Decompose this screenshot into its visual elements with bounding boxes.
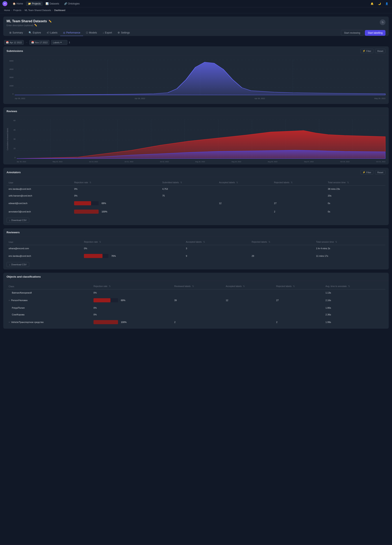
dataset-header-panel: ML Team Shared Datasets ✏️ Enter descrip… — [3, 17, 389, 36]
refresh-button[interactable]: ↻ — [380, 19, 386, 25]
app-logo: e — [2, 1, 7, 6]
export-icon: ↓ — [103, 31, 104, 34]
edit-subtitle-icon[interactable]: ✏️ — [34, 24, 37, 27]
table-row: +Vehicle/Транспортное средство 100% 2 2 … — [6, 318, 386, 326]
col-session-rev[interactable]: Total session time ⇅ — [314, 239, 386, 245]
nav-projects[interactable]: 📁 Projects — [26, 1, 43, 6]
table-row: eric.landau@cord.tech 76% 9 29 11 mins 1… — [6, 252, 386, 260]
col-user-annot: User — [6, 180, 72, 186]
download-icon-annot: ↓ — [9, 219, 10, 221]
objects-title: Objects and classifications — [6, 275, 41, 278]
settings-icon: ⚙ — [118, 31, 120, 34]
table-row: Polyp/Полип 0% 1.80s — [6, 304, 386, 311]
submissions-reset-button[interactable]: Reset — [375, 49, 386, 53]
table-row: annotator3@cord.tech 100% 2 0s — [6, 208, 386, 216]
breadcrumb-current: Dashboard — [54, 9, 65, 12]
theme-toggle-icon[interactable]: 🌙 — [376, 1, 382, 6]
table-row: eric.landau@cord.tech 0% 4,753 38 mins 2… — [6, 186, 386, 192]
breadcrumb-home[interactable]: Home — [4, 9, 10, 12]
col-rejected-rev[interactable]: Rejected labels ⇅ — [250, 239, 314, 245]
filters-row: 📅 Apr 12 2022 → 📅 Nov 17 2022 Labels ▾ ℹ — [3, 38, 389, 46]
nav-home[interactable]: 🏠 Home — [11, 1, 25, 6]
col-rejected-annot[interactable]: Rejected labels ⇅ — [272, 180, 326, 186]
projects-icon: 📁 — [28, 2, 31, 5]
home-icon: 🏠 — [13, 2, 16, 5]
tab-settings[interactable]: ⚙ Settings — [115, 30, 133, 36]
filter-type-select[interactable]: Labels ▾ — [51, 40, 67, 45]
annotators-reset-button[interactable]: Reset — [375, 170, 386, 174]
col-accepted-annot[interactable]: Accepted labels ⇅ — [217, 180, 272, 186]
date-to-picker[interactable]: 📅 Nov 17 2022 — [29, 40, 49, 45]
annotators-title: Annotators — [6, 171, 21, 174]
expand-icon[interactable]: + — [9, 321, 10, 323]
subm-x-label-1: Apr 30, 2022 — [15, 97, 25, 99]
submissions-chart: 6000 4500 3000 1500 0 — [3, 56, 389, 104]
table-row: ulrik.hansen@cord.tech 0% 75 20s — [6, 192, 386, 199]
annotators-table: User Rejection rate ⇅ Submitted labels ⇅… — [6, 180, 386, 216]
tab-labels[interactable]: 🏷 Labels — [44, 30, 60, 36]
start-reviewing-button[interactable]: Start reviewing — [341, 30, 363, 36]
tab-summary[interactable]: ⊞ Summary — [6, 30, 26, 36]
expand-icon[interactable]: + — [9, 299, 10, 302]
download-icon-rev: ↓ — [9, 263, 10, 266]
col-submitted-annot[interactable]: Submitted labels ⇅ — [160, 180, 217, 186]
col-reviewed-obj[interactable]: Reviewed labels ⇅ — [172, 283, 224, 290]
user-avatar[interactable]: 👤 — [384, 1, 390, 6]
explore-icon: 🔍 — [29, 31, 32, 34]
col-class: Class — [6, 283, 92, 290]
subm-x-label-4: May 29, 2022 — [374, 97, 386, 99]
reviews-title: Reviews — [6, 110, 17, 113]
top-navigation: e 🏠 Home 📁 Projects 📊 Datasets 🔗 Ontolog… — [0, 0, 392, 7]
table-row: edward@cord.tech 69% 12 27 0s — [6, 199, 386, 208]
reviews-panel: Reviews Cumulative reviewed labels 60 45… — [3, 107, 389, 164]
col-session-annot[interactable]: Total session time ⇅ — [326, 180, 386, 186]
date-from-picker[interactable]: 📅 Apr 12 2022 — [4, 40, 24, 45]
notifications-icon[interactable]: 🔔 — [369, 1, 375, 6]
reviews-y-label: Cumulative reviewed labels — [6, 128, 9, 150]
col-rejection-obj[interactable]: Rejection rate ⇅ — [92, 283, 172, 290]
submissions-filter-button[interactable]: ⚡ Filter — [360, 49, 374, 53]
start-labelling-button[interactable]: Start labelling — [365, 30, 386, 36]
edit-title-icon[interactable]: ✏️ — [49, 20, 52, 23]
annotators-filter-button[interactable]: ⚡ Filter — [360, 170, 374, 174]
calendar-from-icon: 📅 — [6, 41, 9, 44]
reviewers-title: Reviewers — [6, 231, 20, 234]
col-user-rev: User — [6, 239, 82, 245]
nav-items: 🏠 Home 📁 Projects 📊 Datasets 🔗 Ontologie… — [11, 1, 82, 6]
breadcrumb: Home › Projects › ML Team Shared Dataset… — [0, 7, 392, 13]
breadcrumb-projects[interactable]: Projects — [13, 9, 21, 12]
col-accepted-rev[interactable]: Accepted labels ⇅ — [184, 239, 250, 245]
dataset-title: ML Team Shared Datasets — [6, 19, 47, 23]
breadcrumb-dataset[interactable]: ML Team Shared Datasets — [24, 9, 51, 12]
objects-panel: Objects and classifications Class Reject… — [3, 273, 389, 329]
reviewers-panel: Reviewers User Rejection rate ⇅ Accepted… — [3, 228, 389, 269]
labels-icon: 🏷 — [47, 31, 49, 34]
col-rejected-obj[interactable]: Rejected labels ⇅ — [274, 283, 324, 290]
tab-explore[interactable]: 🔍 Explore — [26, 30, 44, 36]
nav-datasets[interactable]: 📊 Datasets — [43, 1, 61, 6]
col-rejection-rate-annot[interactable]: Rejection rate ⇅ — [72, 180, 160, 186]
table-row: uthara@encord.com 0% 3 1 hr 4 mins 2s — [6, 245, 386, 252]
filter-icon: ⚡ — [363, 50, 366, 52]
reviewers-table: User Rejection rate ⇅ Accepted labels ⇅ … — [6, 239, 386, 260]
ontologies-icon: 🔗 — [64, 2, 67, 5]
chevron-down-icon: ▾ — [61, 41, 62, 44]
table-row: Batman/Кинорежой 0% 1.13s — [6, 290, 386, 296]
subm-x-label-3: Apr 26, 2022 — [254, 97, 265, 99]
table-row: +Person/Человек 69% 39 12 27 2.16s — [6, 296, 386, 304]
tab-export[interactable]: ↓ Export — [100, 30, 115, 36]
info-icon[interactable]: ℹ — [69, 41, 70, 44]
subm-x-label-2: Apr 28, 2022 — [135, 97, 145, 99]
col-avgtime-obj[interactable]: Avg. time to annotate ⇅ — [323, 283, 386, 290]
nav-right-actions: 🔔 🌙 👤 — [369, 1, 390, 6]
tab-models[interactable]: ⬡ Models — [83, 30, 100, 36]
annotators-download-csv[interactable]: ↓ Download CSV — [6, 218, 29, 223]
reviewers-download-csv[interactable]: ↓ Download CSV — [6, 262, 29, 267]
main-content: ML Team Shared Datasets ✏️ Enter descrip… — [0, 13, 392, 544]
col-accepted-obj[interactable]: Accepted labels ⇅ — [224, 283, 274, 290]
dataset-subtitle: Enter description (optional) — [6, 24, 33, 27]
nav-ontologies[interactable]: 🔗 Ontologies — [62, 1, 82, 6]
col-rejection-rev[interactable]: Rejection rate ⇅ — [82, 239, 184, 245]
tab-performance[interactable]: ◎ Performance — [60, 30, 83, 36]
datasets-icon: 📊 — [46, 2, 49, 5]
